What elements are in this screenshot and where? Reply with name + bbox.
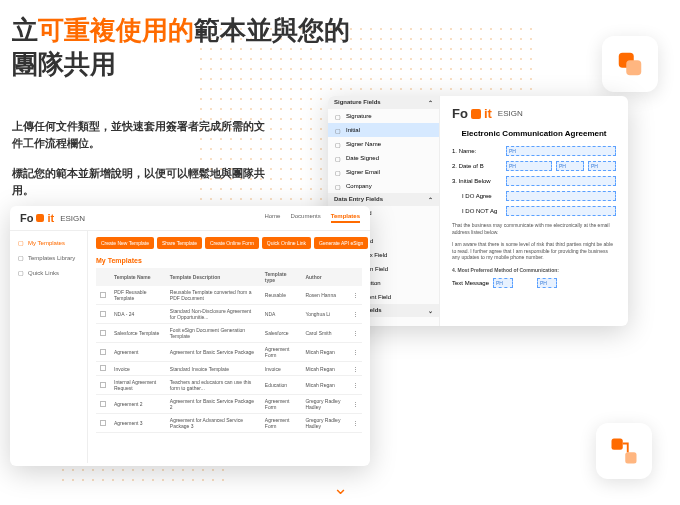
svg-rect-2 (612, 439, 623, 450)
option-label: I DO Agree (462, 193, 502, 199)
placeholder-field[interactable]: PH (506, 161, 552, 171)
table-row[interactable]: Salesforce TemplateFoxit eSign Document … (96, 324, 362, 343)
field-group-header[interactable]: Signature Fields⌃ (328, 96, 439, 109)
row-action-icon[interactable]: ⋮ (349, 343, 362, 362)
sidebar-item[interactable]: ▢Templates Library (10, 250, 87, 265)
checkbox[interactable] (100, 330, 106, 336)
chevron-icon: ⌃ (428, 196, 433, 203)
document-body-3: 4. Most Preferred Method of Communicatio… (452, 267, 616, 274)
chevron-down-icon[interactable]: ⌄ (333, 477, 348, 499)
field-item[interactable]: ▢Signer Name (328, 137, 439, 151)
checkbox[interactable] (100, 382, 106, 388)
row-action-icon[interactable]: ⋮ (349, 376, 362, 395)
page-heading: 立可重複使用的範本並與您的 團隊共用 (12, 14, 350, 82)
placeholder-field[interactable]: PH (537, 278, 557, 288)
page-subtext: 上傳任何文件類型，並快速套用簽署者完成所需的文件工作流程欄位。 標記您的範本並新… (12, 118, 272, 212)
table-row[interactable]: InvoiceStandard Invoice TemplateInvoiceM… (96, 362, 362, 376)
checkbox[interactable] (100, 401, 106, 407)
checkbox[interactable] (100, 349, 106, 355)
field-item[interactable]: ▢Date Signed (328, 151, 439, 165)
row-action-icon[interactable]: ⋮ (349, 305, 362, 324)
placeholder-field[interactable]: PH (588, 161, 616, 171)
field-icon: ▢ (334, 154, 342, 162)
brand-logo: Foit ESIGN (452, 106, 616, 121)
svg-rect-1 (626, 60, 641, 75)
action-button[interactable]: Quick Online Link (262, 237, 311, 249)
document-preview: Foit ESIGN Electronic Communication Agre… (440, 96, 628, 326)
field-icon: ▢ (334, 126, 342, 134)
table-row[interactable]: Internal Agreement RequestTeachers and e… (96, 376, 362, 395)
table-header (349, 268, 362, 286)
placeholder-field[interactable]: PH (506, 146, 616, 156)
table-row[interactable]: AgreementAgreement for Basic Service Pac… (96, 343, 362, 362)
placeholder-field[interactable] (506, 206, 616, 216)
action-button[interactable]: Create Online Form (205, 237, 259, 249)
row-action-icon[interactable]: ⋮ (349, 362, 362, 376)
brand-logo: Foit ESIGN (20, 212, 85, 224)
field-item[interactable]: ▢Signer Email (328, 165, 439, 179)
field-item[interactable]: ▢Signature (328, 109, 439, 123)
brand-square-icon (471, 109, 481, 119)
table-row[interactable]: PDF Reusable TemplateReusable Template c… (96, 286, 362, 305)
field-label: 2. Date of B (452, 163, 502, 169)
templates-sidebar: ▢My Templates▢Templates Library▢Quick Li… (10, 231, 88, 463)
row-action-icon[interactable]: ⋮ (349, 414, 362, 433)
checkbox[interactable] (100, 420, 106, 426)
option-label: I DO NOT Ag (462, 208, 502, 214)
brand-square-icon (36, 214, 44, 222)
field-icon: ▢ (334, 182, 342, 190)
templates-panel: Foit ESIGN HomeDocumentsTemplates ▢My Te… (10, 206, 370, 466)
table-header: Template type (261, 268, 302, 286)
templates-main: Create New TemplateShare TemplateCreate … (88, 231, 370, 463)
row-action-icon[interactable]: ⋮ (349, 395, 362, 414)
document-title: Electronic Communication Agreement (452, 129, 616, 138)
placeholder-field[interactable] (506, 191, 616, 201)
sidebar-item[interactable]: ▢My Templates (10, 235, 87, 250)
placeholder-field[interactable] (506, 176, 616, 186)
table-row[interactable]: Agreement 2Agreement for Basic Service P… (96, 395, 362, 414)
action-button[interactable]: Create New Template (96, 237, 154, 249)
doc-field-row: 1. Name:PH (452, 146, 616, 156)
folder-icon: ▢ (18, 239, 24, 246)
checkbox[interactable] (100, 292, 106, 298)
field-label: 3. Initial Below (452, 178, 502, 184)
chevron-icon: ⌄ (428, 307, 433, 314)
field-icon: ▢ (334, 140, 342, 148)
folder-icon: ▢ (18, 254, 24, 261)
sidebar-item[interactable]: ▢Quick Links (10, 265, 87, 280)
field-item[interactable]: ▢Company (328, 179, 439, 193)
row-action-icon[interactable]: ⋮ (349, 324, 362, 343)
templates-header: Foit ESIGN HomeDocumentsTemplates (10, 206, 370, 231)
table-header: Template Name (110, 268, 166, 286)
svg-rect-3 (625, 452, 636, 463)
document-body-1: That the business may communicate with m… (452, 222, 616, 235)
document-editor-panel: Signature Fields⌃▢Signature▢Initial▢Sign… (328, 96, 628, 326)
table-row[interactable]: NDA - 24Standard Non-Disclosure Agreemen… (96, 305, 362, 324)
placeholder-field[interactable]: PH (556, 161, 584, 171)
field-group-header[interactable]: Data Entry Fields⌃ (328, 193, 439, 206)
section-title: My Templates (96, 257, 362, 264)
checkbox[interactable] (100, 365, 106, 371)
nav-item-home[interactable]: Home (264, 213, 280, 223)
field-icon: ▢ (334, 168, 342, 176)
placeholder-field[interactable]: PH (493, 278, 513, 288)
action-button[interactable]: Share Template (157, 237, 202, 249)
checkbox[interactable] (100, 311, 106, 317)
workflow-icon-decor-bottom (596, 423, 652, 479)
table-header: Author (301, 268, 349, 286)
nav-item-documents[interactable]: Documents (290, 213, 320, 223)
chevron-icon: ⌃ (428, 99, 433, 106)
doc-opt-label: Text Message (452, 280, 489, 286)
doc-option-row: I DO NOT Ag (462, 206, 616, 216)
row-action-icon[interactable]: ⋮ (349, 286, 362, 305)
action-button[interactable]: Generate API eSign (314, 237, 368, 249)
nav-item-templates[interactable]: Templates (331, 213, 360, 223)
field-label: 1. Name: (452, 148, 502, 154)
table-row[interactable]: Agreement 3Agreement for Advanced Servic… (96, 414, 362, 433)
document-body-2: I am aware that there is some level of r… (452, 241, 616, 261)
doc-option-row: I DO Agree (462, 191, 616, 201)
table-header: Template Description (166, 268, 261, 286)
field-item[interactable]: ▢Initial (328, 123, 439, 137)
folder-icon: ▢ (18, 269, 24, 276)
field-icon: ▢ (334, 112, 342, 120)
